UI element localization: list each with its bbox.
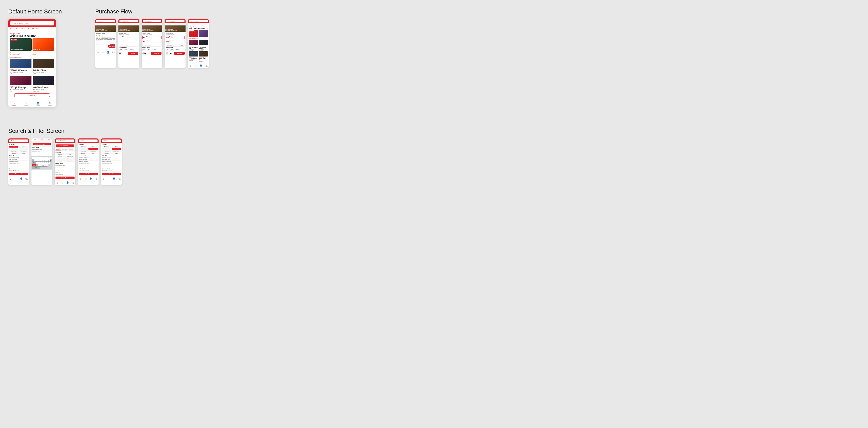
- key-y[interactable]: y: [42, 157, 44, 159]
- sf4-nav-account[interactable]: 👤: [88, 177, 93, 180]
- bottom-nav-search[interactable]: ⌕ Search: [8, 102, 20, 106]
- key-j[interactable]: j: [46, 159, 48, 161]
- ps2-search[interactable]: ⌕ What's going on?: [120, 20, 138, 22]
- sf3-nav-account[interactable]: 👤: [65, 181, 70, 184]
- sf1-chip-fitness[interactable]: Fitness: [19, 153, 28, 154]
- ps5-nav-places[interactable]: Places: [192, 23, 195, 25]
- key-o[interactable]: o: [48, 157, 50, 159]
- sf5-related-7[interactable]: Music Like This dance party...: [102, 170, 121, 172]
- key-caps[interactable]: [32, 159, 34, 161]
- ps1-search[interactable]: ⌕ What's going on?: [96, 20, 115, 22]
- ps5-card-2[interactable]: [198, 30, 208, 37]
- sf2-tab-0[interactable]: Music: [31, 138, 38, 141]
- sf5-related-3[interactable]: South African Music Festival: [102, 162, 121, 164]
- home-search-bar[interactable]: ⌕ What's going on?: [10, 21, 54, 26]
- ps5-nav-search[interactable]: ⌕: [188, 64, 193, 67]
- sf5-related-4[interactable]: Mexican Music Fiesta: [102, 164, 121, 166]
- key-return[interactable]: search: [32, 164, 36, 166]
- ps3-mastercard[interactable]: MC: [143, 48, 146, 51]
- ps5-upcoming-0[interactable]: 24 AUG | 7PM Leon Light Dance Night 📍 Al…: [189, 40, 198, 51]
- sf2-tab-events[interactable]: Events: [32, 170, 39, 172]
- upcoming-card-0[interactable]: 17 AUG | 7AM – 11AM Lakeshore 25K Marath…: [10, 59, 31, 74]
- event-card-street-food[interactable]: TOP PICKS Street Food Fest.: [10, 38, 32, 51]
- key-n[interactable]: n: [46, 162, 48, 164]
- ps4-apply-btn[interactable]: Apply: [181, 45, 183, 46]
- sf1-related-2[interactable]: Salsa Dance Competition: [9, 161, 28, 162]
- sf1-related-3[interactable]: South African Music Festival: [9, 162, 28, 164]
- ps2-vip-radio[interactable]: [120, 37, 121, 38]
- key-q[interactable]: q: [32, 157, 34, 159]
- sf5-chip-paid[interactable]: Paid admission: [112, 150, 121, 152]
- sf5-nav-search[interactable]: ⌕: [101, 177, 106, 180]
- ps1-nav-saved[interactable]: ♡: [100, 51, 105, 54]
- ps3-search[interactable]: ⌕ What's going on?: [143, 20, 161, 22]
- nav-places[interactable]: Places: [15, 27, 21, 31]
- key-z[interactable]: z: [36, 162, 38, 164]
- ps2-promo-input[interactable]: Enter promo code: [119, 44, 138, 46]
- upcoming-card-1[interactable]: 23 AUG | 9PM – 12AM Indie Film Museum 📍 …: [33, 59, 54, 74]
- sf5-chip-free[interactable]: Free admission: [112, 148, 121, 150]
- sf4-related-7[interactable]: Music Like This dance party...: [79, 170, 98, 172]
- ps3-nav-dates[interactable]: Dates & Location: [153, 23, 160, 25]
- sf5-nav-account[interactable]: 👤: [112, 177, 117, 180]
- ps1-nav-search[interactable]: ⌕: [95, 51, 100, 54]
- sf4-chip-pets[interactable]: Pets Friendly: [79, 150, 88, 152]
- sf5-related-5[interactable]: Music in St. James Park: [102, 166, 121, 168]
- sf3-chip-allcat[interactable]: All Category: [56, 153, 65, 155]
- ps3-nav-places[interactable]: Places: [146, 23, 149, 25]
- key-d[interactable]: d: [38, 159, 40, 161]
- ps2-buffet-radio[interactable]: [120, 41, 121, 42]
- ps4-purchase-btn[interactable]: Purchase: [174, 52, 185, 55]
- sf3-related-5[interactable]: Street Food Festival: [56, 174, 74, 176]
- ps1-nav-places[interactable]: Places: [99, 23, 103, 25]
- sf4-search-bar[interactable]: ⌕ Music: [79, 139, 97, 142]
- ps1-nav-events[interactable]: Events: [103, 23, 106, 25]
- sf3-chip-fitness[interactable]: Fitness: [65, 160, 74, 162]
- nav-dates[interactable]: Dates & Location: [27, 27, 39, 31]
- sf2-recent-2[interactable]: Salsa Dance Competition: [31, 152, 52, 154]
- key-g[interactable]: g: [42, 159, 44, 161]
- sf5-related-0[interactable]: International Jazz Festival: [102, 157, 121, 159]
- ps3-nav-news[interactable]: News: [143, 23, 145, 25]
- nav-events[interactable]: Events: [21, 27, 27, 31]
- load-more-button[interactable]: Load More: [14, 93, 50, 97]
- sf5-chip-pets[interactable]: Pets Friendly: [102, 150, 111, 152]
- key-b[interactable]: b: [44, 162, 46, 164]
- sf4-related-3[interactable]: South African Music Festival: [79, 162, 98, 164]
- ps3-vip-ticket[interactable]: 3 VIP Ticket General ticket and 2 drinks: [143, 36, 161, 39]
- key-f[interactable]: f: [40, 159, 42, 161]
- sf3-search-bar[interactable]: ⌕ Search something...: [56, 139, 74, 142]
- ps1-nav-bought[interactable]: 🛍: [111, 51, 116, 54]
- key-r[interactable]: r: [38, 157, 40, 159]
- ps4-amex[interactable]: AMEX: [175, 48, 180, 51]
- sf2-recent-0[interactable]: International Jazz Festival: [31, 149, 52, 151]
- event-card-night[interactable]: Night it up!: [32, 38, 54, 51]
- sf3-chip-pets[interactable]: Pets Friendly: [56, 158, 65, 160]
- sf1-nav-saved[interactable]: ♡: [13, 177, 19, 180]
- key-v[interactable]: v: [42, 162, 44, 164]
- sf4-nav-bought[interactable]: 🛍: [93, 177, 99, 180]
- sf4-chip-food[interactable]: Food: [88, 146, 98, 147]
- sf3-loc-tab-2[interactable]: Points Guide: [68, 149, 74, 151]
- ps4-nav-dates[interactable]: Dates & Location: [177, 23, 183, 25]
- ps4-search[interactable]: ⌕ What's going on?: [166, 20, 185, 22]
- sf1-refine-btn[interactable]: Refine Search: [9, 173, 28, 175]
- ps5-upcoming-1[interactable]: 24 AUG | 7PM Dylan Laiton's Concert 📍 Al…: [199, 40, 208, 51]
- sf3-chip-food[interactable]: Food: [65, 153, 74, 155]
- key-m[interactable]: m: [48, 162, 50, 164]
- sf1-related-4[interactable]: Mexican Music Fiesta: [9, 164, 28, 166]
- key-emoji[interactable]: ☺: [36, 164, 38, 166]
- sf1-chip-exhibitions[interactable]: Exhibitions: [9, 153, 19, 154]
- bottom-nav-account[interactable]: 👤 Account: [32, 102, 44, 106]
- ps5-upcoming-2[interactable]: 25 AUG | 7PM TTC Street Music 📍 Al James…: [189, 51, 198, 62]
- sf4-chip-allcat[interactable]: All Category: [79, 146, 88, 147]
- sf5-related-2[interactable]: Salsa Dance Competition: [102, 161, 121, 162]
- ps2-mastercard[interactable]: MC: [119, 48, 123, 51]
- bottom-nav-bought[interactable]: 🛍 Bought: [44, 102, 56, 106]
- ps2-nav-places[interactable]: Places: [123, 23, 126, 25]
- sf5-chip-fitness[interactable]: Fitness: [112, 153, 121, 154]
- sf1-chip-familyfun[interactable]: Family Fun: [9, 148, 19, 150]
- ps3-purchase-btn[interactable]: Purchase: [151, 52, 161, 55]
- key-e[interactable]: e: [36, 157, 38, 159]
- ps5-search[interactable]: ⌕ What's going on?: [189, 20, 208, 22]
